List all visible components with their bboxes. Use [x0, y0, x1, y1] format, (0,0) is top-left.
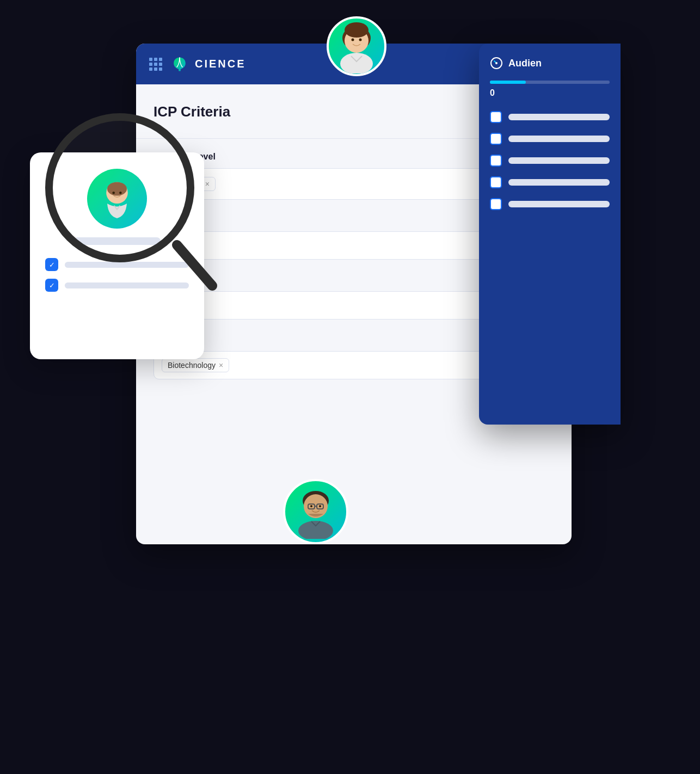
- svg-point-15: [495, 62, 498, 64]
- checkbox-label-4: [508, 179, 610, 186]
- profile-checkbox-1[interactable]: ✓: [45, 258, 58, 271]
- list-item: [490, 155, 610, 167]
- list-item: [490, 111, 610, 123]
- audience-header: Audien: [490, 57, 610, 70]
- progress-value: 0: [490, 88, 610, 98]
- svg-point-19: [119, 192, 122, 194]
- logo-icon: [170, 54, 189, 74]
- checkbox-5[interactable]: [490, 198, 502, 210]
- svg-point-18: [112, 192, 115, 194]
- checkbox-label-3: [508, 157, 610, 164]
- list-item: [490, 198, 610, 210]
- profile-check-label-1: [65, 262, 189, 268]
- profile-check-label-2: [65, 282, 189, 288]
- svg-point-11: [310, 505, 312, 507]
- grid-menu-icon[interactable]: [149, 58, 162, 71]
- checkbox-2[interactable]: [490, 133, 502, 145]
- profile-card: ✓ ✓: [30, 152, 204, 359]
- checkbox-3[interactable]: [490, 155, 502, 167]
- svg-point-12: [319, 505, 321, 507]
- progress-bar: [490, 81, 610, 84]
- svg-point-17: [107, 182, 127, 195]
- profile-name: [73, 237, 161, 245]
- profile-check-row-1: ✓: [45, 258, 189, 271]
- avatar-woman-float: [327, 16, 386, 76]
- avatar-man-float: [283, 479, 348, 544]
- checkbox-label-2: [508, 136, 610, 142]
- checkbox-label-5: [508, 201, 610, 207]
- logo-text: CIENCE: [195, 58, 246, 70]
- checkbox-label-1: [508, 114, 610, 120]
- profile-check-row-2: ✓: [45, 279, 189, 292]
- logo: CIENCE: [170, 54, 246, 74]
- svg-point-5: [340, 53, 373, 73]
- list-item: [490, 133, 610, 145]
- progress-fill: [490, 81, 526, 84]
- biotechnology-tag[interactable]: Biotechnology ×: [162, 358, 229, 372]
- checkbox-1[interactable]: [490, 111, 502, 123]
- biotech-tag-close[interactable]: ×: [219, 361, 223, 370]
- checkbox-4[interactable]: [490, 176, 502, 188]
- profile-avatar-image: [93, 174, 142, 223]
- svg-point-3: [352, 39, 354, 41]
- profile-checkbox-2[interactable]: ✓: [45, 279, 58, 292]
- profile-avatar: [87, 169, 147, 229]
- right-panel: Audien 0: [479, 44, 621, 425]
- checkbox-list: [490, 111, 610, 210]
- page-title: ICP Criteria: [153, 103, 230, 120]
- gauge-icon: [490, 57, 503, 70]
- svg-point-4: [359, 39, 362, 41]
- svg-point-2: [345, 22, 369, 38]
- vp-tag-close[interactable]: ×: [205, 180, 210, 188]
- svg-point-13: [298, 521, 333, 539]
- list-item: [490, 176, 610, 188]
